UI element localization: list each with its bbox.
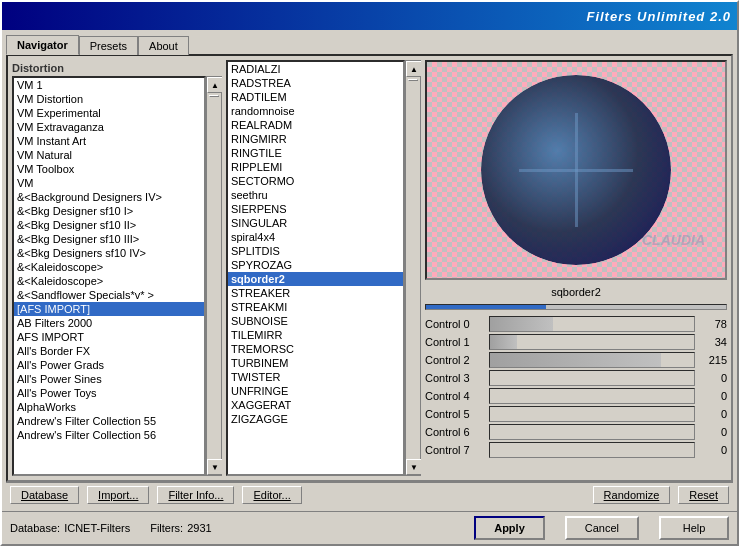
category-item[interactable]: AFS IMPORT bbox=[14, 330, 204, 344]
filter-item[interactable]: sqborder2 bbox=[228, 272, 403, 286]
database-button[interactable]: Database bbox=[10, 486, 79, 504]
filter-item[interactable]: SPLITDIS bbox=[228, 244, 403, 258]
watermark: CLAUDIA bbox=[642, 232, 705, 248]
tab-presets[interactable]: Presets bbox=[79, 36, 138, 55]
filter-item[interactable]: STREAKER bbox=[228, 286, 403, 300]
apply-button[interactable]: Apply bbox=[474, 516, 545, 540]
filter-item[interactable]: SIERPENS bbox=[228, 202, 403, 216]
category-item[interactable]: All's Power Grads bbox=[14, 358, 204, 372]
filter-item[interactable]: RADIALZI bbox=[228, 62, 403, 76]
category-item[interactable]: &<Kaleidoscope> bbox=[14, 274, 204, 288]
filter-info-button[interactable]: Filter Info... bbox=[157, 486, 234, 504]
category-item[interactable]: VM Instant Art bbox=[14, 134, 204, 148]
slider-track-2[interactable] bbox=[489, 352, 695, 368]
slider-fill-1 bbox=[490, 335, 517, 349]
filter-item[interactable]: randomnoise bbox=[228, 104, 403, 118]
category-item[interactable]: &<Bkg Designer sf10 III> bbox=[14, 232, 204, 246]
category-item[interactable]: AB Filters 2000 bbox=[14, 316, 204, 330]
filter-scrollbar[interactable]: ▲ ▼ bbox=[405, 60, 421, 476]
status-bar: Database: ICNET-Filters Filters: 2931 Ap… bbox=[2, 511, 737, 544]
category-item[interactable]: VM 1 bbox=[14, 78, 204, 92]
slider-track-6[interactable] bbox=[489, 424, 695, 440]
progress-fill bbox=[426, 305, 546, 309]
category-item[interactable]: &<Sandflower Specials*v* > bbox=[14, 288, 204, 302]
category-item[interactable]: VM bbox=[14, 176, 204, 190]
category-item[interactable]: VM Extravaganza bbox=[14, 120, 204, 134]
progress-bar bbox=[425, 304, 727, 310]
scroll-down-arrow[interactable]: ▼ bbox=[207, 459, 222, 475]
database-status: Database: ICNET-Filters bbox=[10, 522, 130, 534]
filter-item[interactable]: RIPPLEMI bbox=[228, 160, 403, 174]
filter-item[interactable]: ZIGZAGGE bbox=[228, 412, 403, 426]
category-listbox[interactable]: VM 1VM DistortionVM ExperimentalVM Extra… bbox=[12, 76, 206, 476]
left-panel: Distortion VM 1VM DistortionVM Experimen… bbox=[12, 60, 222, 476]
filter-item[interactable]: XAGGERAT bbox=[228, 398, 403, 412]
slider-track-0[interactable] bbox=[489, 316, 695, 332]
control-label-6: Control 6 bbox=[425, 426, 485, 438]
filters-label: Filters: bbox=[150, 522, 183, 534]
tabs-bar: Navigator Presets About bbox=[6, 34, 733, 54]
control-row-7: Control 70 bbox=[425, 442, 727, 458]
category-item[interactable]: &<Background Designers IV> bbox=[14, 190, 204, 204]
randomize-button[interactable]: Randomize bbox=[593, 486, 671, 504]
category-scrollbar[interactable]: ▲ ▼ bbox=[206, 76, 222, 476]
category-item[interactable]: Andrew's Filter Collection 55 bbox=[14, 414, 204, 428]
filter-listbox[interactable]: RADIALZIRADSTREARADTILEMrandomnoiseREALR… bbox=[226, 60, 405, 476]
filter-scroll-down[interactable]: ▼ bbox=[406, 459, 421, 475]
filter-scroll-track bbox=[406, 77, 420, 459]
category-item[interactable]: VM Distortion bbox=[14, 92, 204, 106]
slider-track-5[interactable] bbox=[489, 406, 695, 422]
category-item[interactable]: VM Toolbox bbox=[14, 162, 204, 176]
scroll-thumb[interactable] bbox=[209, 95, 219, 97]
slider-track-7[interactable] bbox=[489, 442, 695, 458]
category-item[interactable]: All's Power Sines bbox=[14, 372, 204, 386]
category-item[interactable]: All's Border FX bbox=[14, 344, 204, 358]
cancel-button[interactable]: Cancel bbox=[565, 516, 639, 540]
category-item[interactable]: &<Bkg Designer sf10 II> bbox=[14, 218, 204, 232]
control-value-4: 0 bbox=[699, 390, 727, 402]
category-item[interactable]: VM Experimental bbox=[14, 106, 204, 120]
filter-item[interactable]: spiral4x4 bbox=[228, 230, 403, 244]
slider-track-4[interactable] bbox=[489, 388, 695, 404]
category-item[interactable]: VM Natural bbox=[14, 148, 204, 162]
filter-item[interactable]: TWISTER bbox=[228, 370, 403, 384]
category-item[interactable]: Andrew's Filter Collection 56 bbox=[14, 428, 204, 442]
filter-item[interactable]: TURBINEM bbox=[228, 356, 403, 370]
filter-item[interactable]: seethru bbox=[228, 188, 403, 202]
filter-item[interactable]: REALRADM bbox=[228, 118, 403, 132]
category-item[interactable]: [AFS IMPORT] bbox=[14, 302, 204, 316]
reset-button[interactable]: Reset bbox=[678, 486, 729, 504]
filter-item[interactable]: RADSTREA bbox=[228, 76, 403, 90]
filter-item[interactable]: SECTORMO bbox=[228, 174, 403, 188]
control-row-1: Control 134 bbox=[425, 334, 727, 350]
filter-item[interactable]: SUBNOISE bbox=[228, 314, 403, 328]
filter-scroll-up[interactable]: ▲ bbox=[406, 61, 421, 77]
slider-track-1[interactable] bbox=[489, 334, 695, 350]
scroll-up-arrow[interactable]: ▲ bbox=[207, 77, 222, 93]
category-item[interactable]: &<Bkg Designers sf10 IV> bbox=[14, 246, 204, 260]
filter-item[interactable]: SINGULAR bbox=[228, 216, 403, 230]
editor-button[interactable]: Editor... bbox=[242, 486, 301, 504]
filter-item[interactable]: TREMORSC bbox=[228, 342, 403, 356]
filter-item[interactable]: RADTILEM bbox=[228, 90, 403, 104]
slider-track-3[interactable] bbox=[489, 370, 695, 386]
control-value-2: 215 bbox=[699, 354, 727, 366]
category-item[interactable]: &<Kaleidoscope> bbox=[14, 260, 204, 274]
database-value: ICNET-Filters bbox=[64, 522, 130, 534]
control-label-1: Control 1 bbox=[425, 336, 485, 348]
filter-item[interactable]: TILEMIRR bbox=[228, 328, 403, 342]
filter-item[interactable]: RINGTILE bbox=[228, 146, 403, 160]
category-item[interactable]: AlphaWorks bbox=[14, 400, 204, 414]
tab-navigator[interactable]: Navigator bbox=[6, 35, 79, 55]
filter-item[interactable]: RINGMIRR bbox=[228, 132, 403, 146]
scroll-track bbox=[207, 93, 221, 459]
category-item[interactable]: All's Power Toys bbox=[14, 386, 204, 400]
tab-about[interactable]: About bbox=[138, 36, 189, 55]
filter-item[interactable]: SPYROZAG bbox=[228, 258, 403, 272]
category-item[interactable]: &<Bkg Designer sf10 I> bbox=[14, 204, 204, 218]
filter-scroll-thumb[interactable] bbox=[408, 79, 418, 81]
help-button[interactable]: Help bbox=[659, 516, 729, 540]
filter-item[interactable]: STREAKMI bbox=[228, 300, 403, 314]
filter-item[interactable]: UNFRINGE bbox=[228, 384, 403, 398]
import-button[interactable]: Import... bbox=[87, 486, 149, 504]
